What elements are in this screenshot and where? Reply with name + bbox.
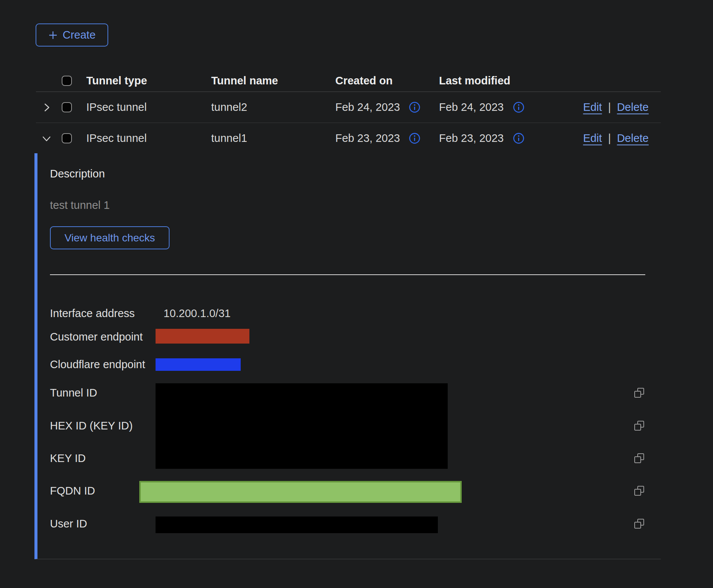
info-icon[interactable]	[513, 132, 525, 144]
redacted-user-id	[156, 516, 438, 533]
copy-icon	[633, 485, 645, 497]
expand-row-button[interactable]	[39, 92, 54, 123]
field-label-interface-address: Interface address	[50, 305, 135, 321]
info-icon[interactable]	[513, 101, 525, 113]
view-health-checks-button[interactable]: View health checks	[50, 226, 170, 249]
delete-link[interactable]: Delete	[617, 101, 649, 114]
last-modified-cell: Feb 24, 2023	[439, 92, 504, 123]
chevron-right-icon	[42, 103, 51, 112]
copy-fqdn-id-button[interactable]	[633, 485, 646, 498]
field-label-cloudflare-endpoint: Cloudflare endpoint	[50, 356, 145, 372]
tunnels-page: Create Tunnel type Tunnel name Created o…	[0, 0, 713, 588]
action-separator: |	[608, 101, 611, 114]
description-heading: Description	[50, 168, 105, 180]
collapse-row-button[interactable]	[39, 123, 54, 153]
field-label-tunnel-id: Tunnel ID	[50, 385, 97, 401]
last-modified-cell: Feb 23, 2023	[439, 123, 504, 153]
column-header-tunnel-name: Tunnel name	[211, 70, 278, 92]
action-separator: |	[608, 132, 611, 145]
plus-icon	[48, 30, 58, 40]
select-row-checkbox[interactable]	[62, 133, 72, 143]
copy-icon	[633, 420, 645, 432]
column-header-last-modified: Last modified	[439, 70, 511, 92]
copy-tunnel-id-button[interactable]	[633, 387, 646, 400]
copy-icon	[633, 452, 645, 464]
created-on-cell: Feb 23, 2023	[335, 123, 400, 153]
select-row-checkbox[interactable]	[62, 102, 72, 112]
edit-link[interactable]: Edit	[583, 101, 602, 114]
field-value-interface-address: 10.200.1.0/31	[163, 305, 230, 321]
edit-link[interactable]: Edit	[583, 132, 602, 145]
delete-link[interactable]: Delete	[617, 132, 649, 145]
create-button[interactable]: Create	[36, 23, 108, 47]
info-icon[interactable]	[409, 101, 420, 113]
field-label-hex-id: HEX ID (KEY ID)	[50, 418, 133, 434]
section-divider	[50, 274, 645, 275]
column-header-created-on: Created on	[335, 70, 392, 92]
select-all-checkbox[interactable]	[62, 76, 72, 86]
redacted-customer-endpoint	[156, 329, 249, 344]
copy-user-id-button[interactable]	[633, 518, 646, 530]
tunnel-detail-panel: Description test tunnel 1 View health ch…	[34, 153, 661, 559]
field-label-fqdn-id: FQDN ID	[50, 483, 95, 499]
table-row: IPsec tunnel tunnel1 Feb 23, 2023 Feb 23…	[36, 123, 661, 153]
field-label-customer-endpoint: Customer endpoint	[50, 329, 143, 345]
copy-icon	[633, 387, 645, 399]
tunnel-name-cell: tunnel1	[211, 123, 247, 153]
tunnel-type-cell: IPsec tunnel	[86, 123, 147, 153]
description-text: test tunnel 1	[50, 199, 110, 212]
copy-hex-id-button[interactable]	[633, 420, 646, 432]
info-icon[interactable]	[409, 132, 420, 144]
redacted-cloudflare-endpoint	[156, 358, 241, 371]
tunnel-name-cell: tunnel2	[211, 92, 247, 123]
column-header-tunnel-type: Tunnel type	[86, 70, 147, 92]
field-label-user-id: User ID	[50, 516, 87, 532]
create-button-label: Create	[62, 29, 95, 41]
chevron-down-icon	[42, 134, 51, 143]
copy-icon	[633, 518, 645, 530]
table-header: Tunnel type Tunnel name Created on Last …	[36, 70, 661, 92]
tunnel-type-cell: IPsec tunnel	[86, 92, 147, 123]
field-label-key-id: KEY ID	[50, 450, 86, 466]
created-on-cell: Feb 24, 2023	[335, 92, 400, 123]
redacted-fqdn-id	[139, 481, 462, 503]
redacted-tunnel-ids	[156, 383, 448, 469]
table-row: IPsec tunnel tunnel2 Feb 24, 2023 Feb 24…	[36, 92, 661, 123]
copy-key-id-button[interactable]	[633, 452, 646, 465]
